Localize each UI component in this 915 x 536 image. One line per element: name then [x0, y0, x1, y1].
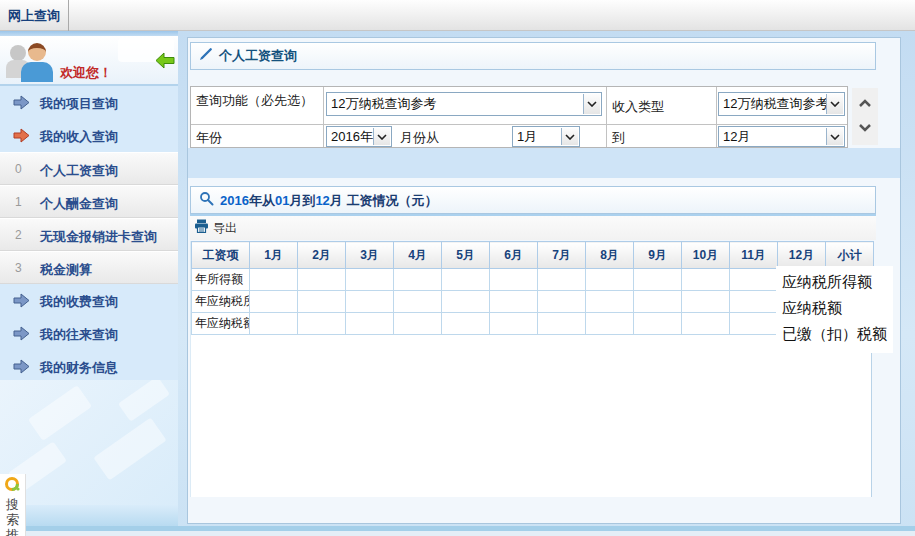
table-row: 年应纳税所得额: [192, 291, 874, 313]
sidebar-item[interactable]: 我的财务信息: [0, 350, 178, 383]
tab-online-query[interactable]: 网上查询: [0, 0, 69, 31]
search-ring-icon: [4, 476, 25, 497]
sidebar-item[interactable]: 我的往来查询: [0, 317, 178, 350]
page-title: 个人工资查询: [219, 47, 297, 65]
table-cell: [586, 291, 634, 313]
pencil-icon: [199, 47, 213, 65]
chevron-down-icon: [561, 128, 578, 145]
table-region: 工资项1月2月3月4月5月6月7月8月9月10月11月12月小计年所得额年应纳税…: [190, 241, 872, 497]
table-cell: [442, 291, 490, 313]
keyboard-art-decoration: [0, 380, 178, 505]
sidebar-item[interactable]: 3税金测算: [0, 251, 178, 284]
column-header: 小计: [826, 242, 874, 269]
row-label: 年所得额: [192, 269, 250, 291]
chevron-down-icon: [826, 94, 843, 114]
search-widget-label: 搜索推: [6, 497, 22, 536]
chevron-down-icon: [583, 94, 600, 114]
table-cell: [490, 313, 538, 335]
scroll-down-icon[interactable]: [855, 118, 875, 138]
sidebar-item[interactable]: 我的项目查询: [0, 86, 178, 119]
table-cell: [298, 291, 346, 313]
table-cell: [394, 269, 442, 291]
printer-icon: [194, 219, 209, 237]
welcome-text: 欢迎您！: [60, 64, 112, 82]
column-header: 1月: [250, 242, 298, 269]
table-cell: [394, 313, 442, 335]
table-cell: [730, 291, 778, 313]
table-cell: [682, 269, 730, 291]
column-header: 3月: [346, 242, 394, 269]
month-to-select[interactable]: 12月: [718, 126, 845, 147]
section-title-box: 个人工资查询: [190, 42, 876, 70]
sidebar-item-label: 无现金报销进卡查询: [40, 228, 157, 246]
table-cell: [634, 313, 682, 335]
scroll-up-icon[interactable]: [855, 93, 875, 113]
overlay-label: 应纳税所得额: [782, 269, 887, 295]
sidebar-item[interactable]: 我的收入查询: [0, 119, 178, 152]
table-row: 年应纳税额: [192, 313, 874, 335]
top-bar: 网上查询: [0, 0, 915, 31]
table-cell: [730, 313, 778, 335]
sidebar-item[interactable]: 我的收费查询: [0, 284, 178, 317]
row-label: 年应纳税额: [192, 313, 250, 335]
sidebar-item[interactable]: 2无现金报销进卡查询: [0, 218, 178, 251]
results-title-segment: 01: [275, 193, 289, 208]
search-widget[interactable]: 搜索推: [0, 474, 26, 536]
item-number: 2: [15, 228, 22, 242]
form-scrollbar: [852, 88, 878, 145]
query-function-select[interactable]: 12万纳税查询参考: [326, 92, 602, 116]
row-label: 年应纳税所得额: [192, 291, 250, 313]
table-cell: [298, 269, 346, 291]
sidebar-item[interactable]: 0个人工资查询: [0, 152, 178, 185]
column-header: 6月: [490, 242, 538, 269]
item-number: 1: [15, 195, 22, 209]
chevron-down-icon: [826, 128, 843, 145]
column-header: 10月: [682, 242, 730, 269]
table-cell: [298, 313, 346, 335]
income-type-select[interactable]: 12万纳税查询参考: [718, 92, 845, 116]
blue-arrow-icon: [13, 326, 30, 345]
sidebar-item-label: 我的收入查询: [40, 128, 118, 146]
year-select[interactable]: 2016年: [326, 126, 392, 147]
export-label: 导出: [213, 220, 237, 237]
sidebar-item-label: 我的收费查询: [40, 293, 118, 311]
sidebar-item[interactable]: 1个人酬金查询: [0, 185, 178, 218]
sidebar-header: 欢迎您！: [0, 36, 178, 86]
results-title-segment: 12: [315, 193, 329, 208]
wage-table: 工资项1月2月3月4月5月6月7月8月9月10月11月12月小计年所得额年应纳税…: [191, 241, 874, 335]
column-header: 工资项: [192, 242, 250, 269]
table-cell: [730, 269, 778, 291]
export-button[interactable]: 导出: [190, 214, 876, 240]
blue-arrow-icon: [13, 95, 30, 114]
income-type-label: 收入类型: [612, 98, 664, 116]
table-cell: [250, 291, 298, 313]
app-window: 网上查询 欢迎您！ 我的项目查询 我的收入查询0个人工资查询1个人酬金查询2无现…: [0, 0, 915, 536]
table-cell: [538, 313, 586, 335]
column-header: 2月: [298, 242, 346, 269]
sidebar-item-label: 个人酬金查询: [40, 195, 118, 213]
table-cell: [346, 291, 394, 313]
results-title-segment: 年从: [249, 193, 275, 208]
table-cell: [250, 269, 298, 291]
query-button-bar: 查询: [188, 148, 900, 178]
collapse-sidebar-arrow-icon[interactable]: [155, 52, 175, 73]
month-from-select[interactable]: 1月: [512, 126, 580, 147]
table-cell: [682, 291, 730, 313]
sidebar-item-label: 我的财务信息: [40, 359, 118, 377]
blue-arrow-icon: [13, 293, 30, 312]
table-cell: [682, 313, 730, 335]
results-title-segment: 月 工资情况（元）: [330, 193, 438, 208]
query-function-label: 查询功能（必先选）: [196, 92, 318, 110]
sidebar-item-label: 我的往来查询: [40, 326, 118, 344]
column-header: 11月: [730, 242, 778, 269]
table-cell: [490, 291, 538, 313]
table-cell: [442, 313, 490, 335]
table-cell: [538, 269, 586, 291]
sidebar: 欢迎您！ 我的项目查询 我的收入查询0个人工资查询1个人酬金查询2无现金报销进卡…: [0, 36, 178, 536]
blue-arrow-icon: [13, 359, 30, 378]
table-cell: [586, 313, 634, 335]
results-header-box: 2016年从01月到12月 工资情况（元）: [190, 186, 876, 214]
table-cell: [394, 291, 442, 313]
sidebar-item-label: 税金测算: [40, 261, 92, 279]
table-cell: [490, 269, 538, 291]
